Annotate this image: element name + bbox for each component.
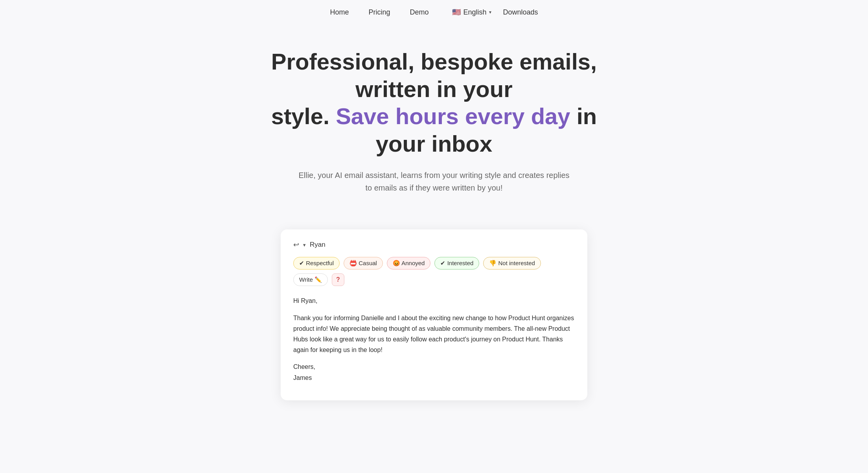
chevron-down-icon: ▾: [489, 9, 491, 15]
nav-right: 🇺🇸 English ▾ Downloads: [452, 8, 538, 16]
hero-title-part1: Professional, bespoke emails, written in…: [271, 49, 597, 102]
tone-write[interactable]: Write ✏️: [293, 273, 328, 286]
help-button[interactable]: ?: [332, 273, 344, 286]
language-selector[interactable]: 🇺🇸 English ▾: [452, 8, 491, 16]
nav-demo[interactable]: Demo: [410, 8, 428, 16]
hero-title: Professional, bespoke emails, written in…: [265, 48, 603, 157]
tone-buttons-container: ✔ Respectful 📛 Casual 😡 Annoyed ✔ Intere…: [293, 257, 575, 286]
hero-subtitle: Ellie, your AI email assistant, learns f…: [296, 169, 572, 194]
email-demo-card: ↩ ▾ Ryan ✔ Respectful 📛 Casual 😡 Annoyed…: [281, 229, 587, 400]
recipient-name: Ryan: [310, 241, 326, 249]
language-label: English: [463, 8, 486, 16]
nav-left: Home Pricing Demo: [330, 8, 428, 16]
email-body-text: Thank you for informing Danielle and I a…: [293, 313, 575, 356]
tone-annoyed[interactable]: 😡 Annoyed: [387, 257, 431, 270]
nav-pricing[interactable]: Pricing: [368, 8, 390, 16]
chevron-icon[interactable]: ▾: [303, 242, 306, 248]
email-greeting: Hi Ryan,: [293, 295, 575, 306]
nav-downloads[interactable]: Downloads: [503, 8, 538, 16]
email-closing: Cheers, James: [293, 361, 575, 383]
demo-header: ↩ ▾ Ryan: [293, 240, 575, 249]
email-body: Hi Ryan, Thank you for informing Daniell…: [293, 295, 575, 383]
tone-casual[interactable]: 📛 Casual: [344, 257, 383, 270]
navigation: Home Pricing Demo 🇺🇸 English ▾ Downloads: [0, 0, 868, 24]
hero-section: Professional, bespoke emails, written in…: [257, 24, 611, 229]
tone-respectful[interactable]: ✔ Respectful: [293, 257, 340, 270]
tone-interested[interactable]: ✔ Interested: [434, 257, 479, 270]
flag-icon: 🇺🇸: [452, 8, 461, 16]
tone-not-interested[interactable]: 👎 Not interested: [483, 257, 541, 270]
hero-highlight-text: Save hours every day: [336, 103, 570, 129]
hero-title-part2: style.: [271, 103, 329, 129]
nav-home[interactable]: Home: [330, 8, 349, 16]
reply-icon[interactable]: ↩: [293, 240, 299, 249]
